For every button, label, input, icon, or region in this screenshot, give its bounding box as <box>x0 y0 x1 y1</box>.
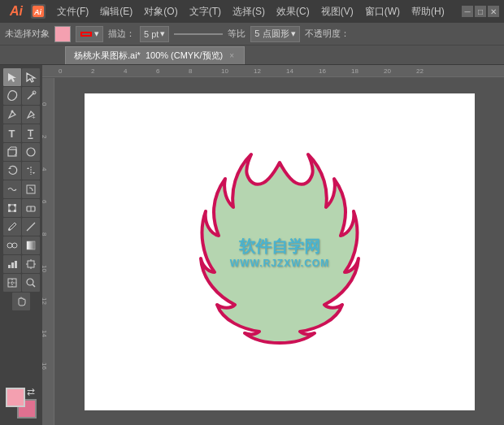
slice-tool[interactable] <box>3 274 21 292</box>
reflect-tool[interactable] <box>22 162 40 180</box>
svg-line-41 <box>33 284 35 287</box>
vertical-type-tool[interactable]: T̲ <box>22 124 40 142</box>
stroke-container: ▾ <box>76 26 103 42</box>
close-button[interactable]: ✕ <box>488 6 499 17</box>
svg-text:2: 2 <box>91 67 95 75</box>
menu-file[interactable]: 文件(F) <box>52 3 93 20</box>
menu-select[interactable]: 选择(S) <box>228 3 270 20</box>
tool-row-6 <box>0 162 42 180</box>
svg-text:+: + <box>32 114 36 120</box>
swap-colors-button[interactable]: ⇄ <box>27 386 38 397</box>
menu-window[interactable]: 窗口(W) <box>360 3 405 20</box>
menu-view[interactable]: 视图(V) <box>316 3 358 20</box>
title-bar: Ai Ai 文件(F) 编辑(E) 对象(O) 文字(T) 选择(S) 效果(C… <box>0 0 504 23</box>
color-swatches: ⇄ <box>2 384 40 422</box>
svg-rect-19 <box>8 210 11 212</box>
svg-text:8: 8 <box>42 232 48 236</box>
eyedropper-tool[interactable] <box>3 218 21 236</box>
tool-row-1 <box>0 68 42 86</box>
blend-tool[interactable] <box>3 236 21 254</box>
brush-type-value: 5 点圆形 <box>254 28 289 40</box>
magic-wand-tool[interactable] <box>22 87 40 105</box>
pen-tool[interactable] <box>3 106 21 124</box>
lasso-icon <box>7 90 18 102</box>
main-area: + T T̲ <box>0 65 504 425</box>
free-transform-tool[interactable] <box>3 199 21 217</box>
toolbar: + T T̲ <box>0 65 42 425</box>
horizontal-ruler: 0 2 4 6 8 10 12 14 16 18 20 22 <box>42 65 504 78</box>
svg-marker-13 <box>27 167 29 169</box>
svg-text:20: 20 <box>384 67 391 75</box>
selection-label: 未选择对象 <box>5 28 50 40</box>
menu-object[interactable]: 对象(O) <box>139 3 182 20</box>
svg-marker-14 <box>33 172 35 174</box>
eraser-tool[interactable] <box>22 199 40 217</box>
rectangle-tool[interactable] <box>3 143 21 161</box>
menu-bar: 文件(F) 编辑(E) 对象(O) 文字(T) 选择(S) 效果(C) 视图(V… <box>52 3 458 20</box>
minimize-button[interactable]: ─ <box>462 6 473 17</box>
tab-info: 100% (CMYK/预览) <box>146 50 223 62</box>
ellipse-tool[interactable] <box>22 143 40 161</box>
width-tool[interactable] <box>3 180 21 198</box>
tool-row-8 <box>0 199 42 217</box>
svg-rect-15 <box>27 185 35 193</box>
svg-rect-31 <box>15 261 17 268</box>
menu-effect[interactable]: 效果(C) <box>272 3 315 20</box>
selection-tool[interactable] <box>3 68 21 86</box>
svg-point-23 <box>8 228 11 231</box>
stroke-width-dropdown[interactable]: 5 pt ▾ <box>140 26 169 42</box>
stroke-line-preview <box>174 33 223 35</box>
svg-text:6: 6 <box>42 200 48 204</box>
app-icon[interactable]: Ai <box>31 4 46 19</box>
v-ruler-marks: 0 2 4 6 8 10 12 14 16 <box>42 78 55 425</box>
svg-text:4: 4 <box>42 167 48 171</box>
tool-row-5 <box>0 143 42 161</box>
stroke-label: 描边： <box>108 28 135 40</box>
svg-text:10: 10 <box>42 265 48 272</box>
magic-wand-icon <box>25 90 37 102</box>
fill-color-swatch[interactable] <box>54 26 71 42</box>
menu-edit[interactable]: 编辑(E) <box>95 3 137 20</box>
tab-bar: 杨桃水果图标.ai* 100% (CMYK/预览) × <box>0 46 504 65</box>
reflect-icon <box>25 165 37 176</box>
lasso-tool[interactable] <box>3 87 21 105</box>
add-anchor-tool[interactable]: + <box>22 106 40 124</box>
svg-rect-28 <box>27 241 35 249</box>
rotate-tool[interactable] <box>3 162 21 180</box>
maximize-button[interactable]: □ <box>475 6 486 17</box>
brush-type-dropdown[interactable]: 5 点圆形 ▾ <box>250 26 299 42</box>
warp-icon <box>25 184 37 195</box>
svg-text:16: 16 <box>42 362 48 370</box>
type-tool[interactable]: T <box>3 124 21 142</box>
tab-filename: 杨桃水果图标.ai* <box>74 50 141 62</box>
selection-icon <box>7 72 18 83</box>
tool-row-11 <box>0 255 42 273</box>
artboard-tool[interactable] <box>22 255 40 273</box>
hand-tool[interactable] <box>12 293 30 310</box>
svg-marker-4 <box>27 73 35 82</box>
stroke-type-dropdown[interactable]: ▾ <box>76 26 103 42</box>
gradient-tool[interactable] <box>22 236 40 254</box>
svg-text:18: 18 <box>351 67 358 75</box>
svg-rect-29 <box>8 265 11 268</box>
zoom-tool[interactable] <box>22 274 40 292</box>
svg-marker-11 <box>8 167 11 169</box>
warp-tool[interactable] <box>22 180 40 198</box>
tool-row-2 <box>0 87 42 105</box>
tab-close-button[interactable]: × <box>228 50 236 61</box>
vertical-ruler: 0 2 4 6 8 10 12 14 16 <box>42 78 55 425</box>
svg-rect-17 <box>8 204 11 206</box>
direct-selection-tool[interactable] <box>22 68 40 86</box>
svg-point-7 <box>11 111 13 113</box>
foreground-color[interactable] <box>6 388 25 407</box>
document-tab[interactable]: 杨桃水果图标.ai* 100% (CMYK/预览) × <box>65 46 245 64</box>
svg-text:0: 0 <box>42 102 48 106</box>
bar-graph-tool[interactable] <box>3 255 21 273</box>
menu-type[interactable]: 文字(T) <box>185 3 226 20</box>
menu-help[interactable]: 帮助(H) <box>406 3 450 20</box>
measure-icon <box>25 221 37 232</box>
svg-text:12: 12 <box>42 297 48 305</box>
svg-point-26 <box>7 243 12 248</box>
canvas: 软件自学网 WWW.RJZXW.COM <box>85 93 475 410</box>
measure-tool[interactable] <box>22 218 40 236</box>
